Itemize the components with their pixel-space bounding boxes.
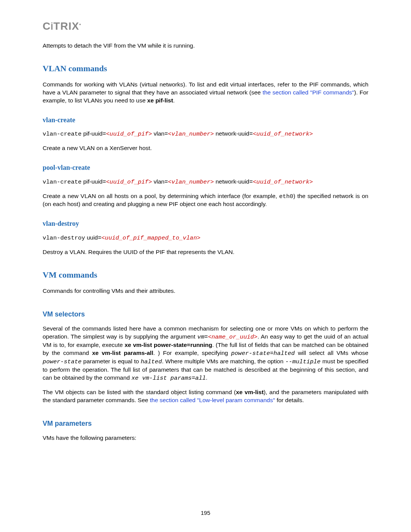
vlan-intro-c: . bbox=[173, 97, 175, 104]
vm-parameters-desc: VMs have the following parameters: bbox=[43, 434, 368, 442]
vm-selectors-p1: Several of the commands listed here have… bbox=[43, 325, 368, 382]
vmsel-ps: power-state=halted bbox=[231, 350, 295, 357]
vm-selectors-p2: The VM objects can be listed with the st… bbox=[43, 388, 368, 404]
pool-vlan-create-p2v: <vlan_number> bbox=[168, 179, 214, 185]
vmsel2-c: for details. bbox=[275, 397, 304, 403]
vlan-create-p3l: network-uuid= bbox=[214, 130, 253, 137]
vlan-commands-heading: VLAN commands bbox=[43, 63, 368, 74]
low-level-param-link[interactable]: the section called "Low-level param comm… bbox=[150, 397, 275, 403]
vmsel-f: parameter is equal to bbox=[81, 358, 140, 364]
logo-text: CİTRIX bbox=[43, 20, 79, 32]
vlan-create-p1l: pif-uuid= bbox=[81, 130, 106, 137]
vmsel-halted: halted bbox=[141, 358, 162, 365]
page-number: 195 bbox=[0, 509, 411, 517]
vmsel2-a: The VM objects can be listed with the st… bbox=[43, 389, 236, 395]
vlan-destroy-cmd: vlan-destroy bbox=[43, 235, 85, 241]
vm-selectors-heading: VM selectors bbox=[43, 310, 368, 319]
vlan-intro-cmd: xe pif-list bbox=[147, 97, 173, 104]
pool-vlan-create-p1l: pif-uuid= bbox=[81, 178, 106, 185]
vlan-create-heading: vlan-create bbox=[43, 115, 368, 125]
vmsel-listcmd: xe vm-list params=all bbox=[132, 375, 206, 382]
pool-vlan-create-p1v: <uuid_of_pif> bbox=[106, 179, 152, 185]
pool-vlan-create-heading: pool-vlan-create bbox=[43, 163, 368, 172]
vmsel-g: . Where multiple VMs are matching, the o… bbox=[162, 358, 285, 364]
vm-parameters-heading: VM parameters bbox=[43, 419, 368, 428]
pool-desc-code: eth0 bbox=[279, 193, 293, 200]
page: CİTRIX• Attempts to detach the VIF from … bbox=[0, 0, 411, 532]
vm-commands-heading: VM commands bbox=[43, 269, 368, 281]
pool-vlan-create-p2l: vlan= bbox=[152, 178, 168, 185]
vlan-destroy-heading: vlan-destroy bbox=[43, 219, 368, 228]
vlan-create-syntax: vlan-create pif-uuid=<uuid_of_pif> vlan=… bbox=[43, 130, 368, 138]
pool-vlan-create-syntax: vlan-create pif-uuid=<uuid_of_pif> vlan=… bbox=[43, 178, 368, 186]
vmsel-e: will select all VMs whose bbox=[295, 350, 368, 356]
vlan-create-p2l: vlan= bbox=[152, 130, 168, 137]
vlan-intro: Commands for working with VLANs (virtual… bbox=[43, 81, 368, 105]
pool-vlan-create-cmd: vlan-create bbox=[43, 179, 81, 185]
vmsel2-bold: xe vm-list bbox=[236, 389, 264, 395]
vmsel-bold1: xe vm-list power-state=running bbox=[124, 342, 212, 348]
vmsel-vmval: <name_or_uuid> bbox=[208, 334, 257, 340]
vmsel-bold2: xe vm-list params-all bbox=[92, 350, 153, 356]
vmsel-vm: vm= bbox=[197, 334, 208, 340]
pool-vlan-create-p3l: network-uuid= bbox=[214, 178, 253, 185]
vmsel-multi: --multiple bbox=[285, 358, 320, 365]
vlan-destroy-desc: Destroy a VLAN. Requires the UUID of the… bbox=[43, 248, 368, 256]
pool-vlan-create-desc: Create a new VLAN on all hosts on a pool… bbox=[43, 192, 368, 209]
vmsel-i: . bbox=[206, 374, 207, 381]
intro-text: Attempts to detach the VIF from the VM w… bbox=[43, 42, 368, 50]
vlan-create-p3v: <uuid_of_network> bbox=[253, 131, 313, 137]
vlan-destroy-p1v: <uuid_of_pif_mapped_to_vlan> bbox=[101, 235, 200, 241]
pool-desc-a: Create a new VLAN on all hosts on a pool… bbox=[43, 193, 279, 199]
pool-vlan-create-p3v: <uuid_of_network> bbox=[253, 179, 313, 185]
pif-commands-link[interactable]: the section called "PIF commands" bbox=[263, 89, 354, 96]
vmsel-ps2: power-state bbox=[43, 358, 81, 365]
vlan-create-desc: Create a new VLAN on a XenServer host. bbox=[43, 144, 368, 152]
vlan-destroy-p1l: uuid= bbox=[85, 234, 102, 241]
vlan-create-p1v: <uuid_of_pif> bbox=[106, 131, 152, 137]
vlan-create-cmd: vlan-create bbox=[43, 131, 81, 137]
vm-intro: Commands for controlling VMs and their a… bbox=[43, 287, 368, 295]
citrix-logo: CİTRIX• bbox=[43, 19, 368, 34]
vlan-destroy-syntax: vlan-destroy uuid=<uuid_of_pif_mapped_to… bbox=[43, 234, 368, 242]
vmsel-d: . ) For example, specifying bbox=[153, 350, 231, 356]
vlan-create-p2v: <vlan_number> bbox=[168, 131, 214, 137]
